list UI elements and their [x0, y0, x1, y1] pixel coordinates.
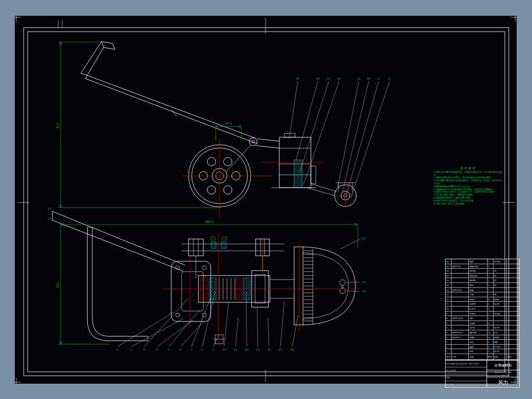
- part-code: [452, 292, 469, 297]
- part-material: HT200: [494, 259, 507, 264]
- part-note: [507, 307, 519, 311]
- part-seq: 1: [446, 349, 452, 354]
- part-code: [452, 297, 469, 302]
- part-material: Q235: [494, 302, 507, 306]
- part-note: [507, 297, 519, 302]
- part-seq: 17: [446, 274, 452, 278]
- technical-notes: 技术要求 1.装配前所有零件须清除毛刺，并用煤油清洗干净，滚动轴承用汽油清洗。2…: [433, 167, 503, 205]
- parts-list-row: 19 GB/T276 轴承6205 2: [446, 264, 519, 269]
- part-label: 8: [201, 348, 203, 351]
- drawing-title: 农用微耕机: [487, 360, 519, 370]
- parts-list-row: 3 油封 2 橡胶: [446, 340, 519, 345]
- parts-list-row: 9 皮带轮 1 HT200: [446, 312, 519, 317]
- part-seq: 19: [446, 264, 452, 269]
- part-material: [494, 288, 507, 292]
- dim-width-label: 695.4: [205, 220, 213, 223]
- hatched-section: [294, 160, 302, 188]
- part-qty: 1: [488, 312, 494, 316]
- revision-row: 工艺 批准: [446, 381, 487, 388]
- part-material: 45: [494, 292, 507, 297]
- header-material: 材料: [494, 354, 507, 359]
- part-note: [507, 340, 519, 344]
- parts-list-row: 14 GB/T1243 链条 1: [446, 288, 519, 293]
- part-label: 10: [223, 348, 226, 351]
- part-name: 垫圈8: [469, 335, 487, 340]
- parts-list-header: 序号 代号 名称 数量 材料 备注: [446, 354, 519, 360]
- part-seq: 15: [446, 283, 452, 287]
- dim-height-label: 360: [56, 282, 59, 288]
- part-material: 45: [494, 269, 507, 273]
- part-label: 14: [316, 77, 320, 80]
- part-code: [452, 345, 469, 349]
- part-qty: 1: [488, 278, 494, 282]
- drawing-sheet: 15 14 13 12 11 10 9 8 813 60.5: [15, 16, 517, 384]
- part-label: 10: [367, 77, 371, 80]
- part-note: [507, 274, 519, 278]
- part-code: [452, 302, 469, 306]
- dim-height-label: 813: [56, 122, 59, 128]
- revision-area: 标记 处数 分区 更改文件号 签名 年月日设计 标准化审核工艺 批准: [446, 360, 487, 388]
- part-label: 9: [212, 348, 214, 351]
- part-code: [452, 312, 469, 316]
- handlebar-side: [81, 41, 257, 144]
- revision-row: 审核: [446, 374, 487, 381]
- part-name: 扶手架: [469, 325, 487, 330]
- part-label: 9: [378, 77, 380, 80]
- parts-list-row: 12 旋耕刀 8 65Mn: [446, 297, 519, 302]
- part-material: 橡胶: [494, 340, 507, 344]
- part-seq: 8: [446, 316, 452, 320]
- part-qty: 1: [488, 269, 494, 273]
- part-label: 11: [357, 77, 361, 80]
- parts-list-row: 4 GB/T97.1 垫圈8 12 65Mn: [446, 335, 519, 340]
- parts-list-row: 13 刀轴 1 45: [446, 292, 519, 297]
- part-name: 皮带轮: [469, 312, 487, 316]
- part-material: 65Mn: [494, 297, 507, 302]
- bottom-view: 1 2 3 4 5 6 7 8 9 10 11 12 13 14 15 16 1: [48, 207, 366, 351]
- top-view: 15 14 13 12 11 10 9 8 813 60.5: [56, 41, 390, 218]
- part-note: [507, 278, 519, 282]
- part-qty: 2: [488, 340, 494, 344]
- part-qty: 12: [488, 330, 494, 335]
- part-labels-top: 15 14 13 12 11 10 9 8: [296, 77, 391, 80]
- part-note: [507, 312, 519, 316]
- parts-list-row: 2 端盖 2 HT150: [446, 345, 519, 350]
- part-label: 7: [190, 348, 192, 351]
- part-label: 17: [48, 207, 51, 210]
- part-code: [452, 259, 469, 264]
- drawing-info-area: 农用微耕机 阶段标记 质量 比例 1:2 风力: [487, 360, 519, 388]
- part-seq: 2: [446, 345, 452, 349]
- part-qty: 2: [488, 316, 494, 320]
- part-material: 45: [494, 283, 507, 287]
- part-qty: 2: [488, 264, 494, 269]
- header-note: 备注: [507, 354, 519, 359]
- part-note: [507, 335, 519, 340]
- part-label: 8: [388, 77, 390, 80]
- part-qty: 1: [488, 325, 494, 330]
- centerlines-bottom-view: [163, 233, 360, 346]
- part-seq: 7: [446, 321, 452, 325]
- part-name: 刀轴: [469, 292, 487, 297]
- part-code: [452, 321, 469, 325]
- part-note: [507, 345, 519, 349]
- parts-list-row: 5 GB/T5783 螺栓M8 12 8.8: [446, 330, 519, 335]
- part-note: [507, 259, 519, 264]
- part-code: GB/T97.1: [452, 335, 469, 340]
- dim-width-label: 60.5: [225, 121, 232, 125]
- part-seq: 11: [446, 302, 452, 306]
- part-name: V带: [469, 316, 487, 320]
- part-material: Q235: [494, 325, 507, 330]
- part-code: [452, 269, 469, 273]
- stage-labels: 阶段标记 质量 比例: [495, 371, 511, 373]
- notes-body: 1.装配前所有零件须清除毛刺，并用煤油清洗干净，滚动轴承用汽油清洗。2.装配时各…: [433, 171, 503, 205]
- part-qty: 8: [488, 297, 494, 302]
- part-material: 45: [494, 278, 507, 282]
- parts-list-row: 11 挡泥罩 1 Q235: [446, 302, 519, 307]
- part-name: 输出轴: [469, 278, 487, 282]
- parts-list-row: 10 行走轮 1: [446, 307, 519, 312]
- drawing-code: 风力: [487, 377, 519, 388]
- part-qty: 1: [488, 259, 494, 264]
- part-name: 油封: [469, 340, 487, 344]
- note-line: 3.齿轮装配后用涂色法检查接触斑点，沿齿高不小于40%，沿齿长不小于50%。: [433, 179, 503, 185]
- part-note: [507, 325, 519, 330]
- part-note: [507, 264, 519, 269]
